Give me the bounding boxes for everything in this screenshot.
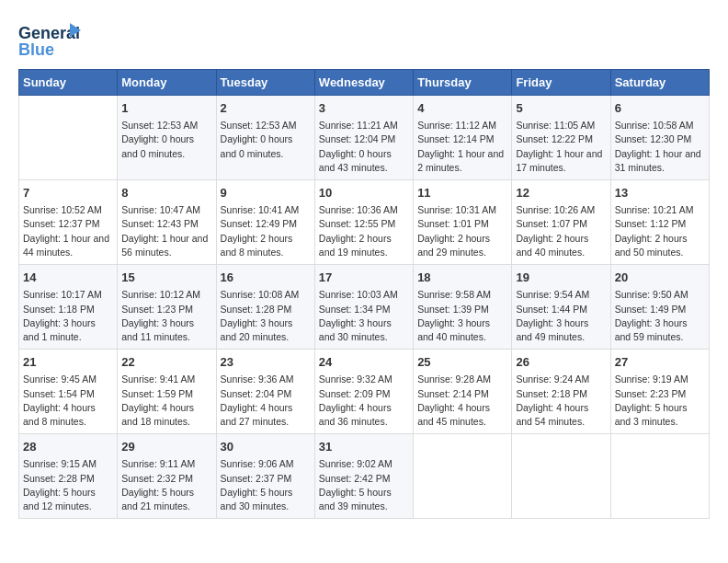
day-info: Sunrise: 10:58 AM Sunset: 12:30 PM Dayli… xyxy=(615,119,705,175)
week-row-3: 14Sunrise: 10:17 AM Sunset: 1:18 PM Dayl… xyxy=(19,265,710,350)
calendar-cell: 18Sunrise: 9:58 AM Sunset: 1:39 PM Dayli… xyxy=(414,265,512,350)
day-info: Sunrise: 11:21 AM Sunset: 12:04 PM Dayli… xyxy=(319,119,409,175)
day-info: Sunrise: 10:41 AM Sunset: 12:49 PM Dayli… xyxy=(221,203,311,259)
day-number: 26 xyxy=(516,354,606,371)
day-info: Sunrise: 9:58 AM Sunset: 1:39 PM Dayligh… xyxy=(417,288,507,344)
day-info: Sunrise: 10:47 AM Sunset: 12:43 PM Dayli… xyxy=(121,203,211,259)
day-number: 23 xyxy=(221,354,311,371)
day-info: Sunrise: 10:17 AM Sunset: 1:18 PM Daylig… xyxy=(23,288,113,344)
day-info: Sunrise: 9:11 AM Sunset: 2:32 PM Dayligh… xyxy=(121,457,211,513)
weekday-header-sunday: Sunday xyxy=(19,70,118,96)
day-number: 13 xyxy=(615,185,705,201)
week-row-5: 28Sunrise: 9:15 AM Sunset: 2:28 PM Dayli… xyxy=(19,434,710,519)
logo-svg: GeneralBlue xyxy=(18,18,83,60)
calendar-cell: 21Sunrise: 9:45 AM Sunset: 1:54 PM Dayli… xyxy=(19,350,118,434)
day-info: Sunrise: 9:36 AM Sunset: 2:04 PM Dayligh… xyxy=(221,373,311,429)
calendar-cell: 7Sunrise: 10:52 AM Sunset: 12:37 PM Dayl… xyxy=(19,180,118,265)
day-info: Sunset: 12:53 AM Daylight: 0 hours and 0… xyxy=(121,119,211,161)
day-info: Sunrise: 9:41 AM Sunset: 1:59 PM Dayligh… xyxy=(121,373,211,429)
day-number: 12 xyxy=(516,185,606,201)
day-info: Sunrise: 10:03 AM Sunset: 1:34 PM Daylig… xyxy=(319,288,409,344)
day-number: 6 xyxy=(615,100,705,117)
calendar-cell: 27Sunrise: 9:19 AM Sunset: 2:23 PM Dayli… xyxy=(610,350,709,434)
calendar-cell: 16Sunrise: 10:08 AM Sunset: 1:28 PM Dayl… xyxy=(216,265,314,350)
day-number: 11 xyxy=(417,185,507,201)
day-number: 9 xyxy=(221,185,311,201)
week-row-1: 1Sunset: 12:53 AM Daylight: 0 hours and … xyxy=(19,96,710,180)
weekday-header-thursday: Thursday xyxy=(414,70,512,96)
page-header: GeneralBlue xyxy=(18,18,710,60)
day-info: Sunset: 12:53 AM Daylight: 0 hours and 0… xyxy=(221,119,311,161)
calendar-header: SundayMondayTuesdayWednesdayThursdayFrid… xyxy=(19,70,710,96)
weekday-header-wednesday: Wednesday xyxy=(314,70,413,96)
weekday-header-saturday: Saturday xyxy=(610,70,709,96)
day-number: 5 xyxy=(516,100,606,117)
calendar-cell: 20Sunrise: 9:50 AM Sunset: 1:49 PM Dayli… xyxy=(610,265,709,350)
day-number: 15 xyxy=(121,270,211,286)
day-info: Sunrise: 10:52 AM Sunset: 12:37 PM Dayli… xyxy=(23,203,113,259)
day-number: 2 xyxy=(221,100,311,117)
day-info: Sunrise: 9:02 AM Sunset: 2:42 PM Dayligh… xyxy=(319,457,409,513)
day-number: 21 xyxy=(23,354,113,371)
day-number: 19 xyxy=(516,270,606,286)
day-number: 18 xyxy=(417,270,507,286)
calendar-cell: 31Sunrise: 9:02 AM Sunset: 2:42 PM Dayli… xyxy=(314,434,413,519)
weekday-header-friday: Friday xyxy=(512,70,610,96)
calendar-cell: 5Sunrise: 11:05 AM Sunset: 12:22 PM Dayl… xyxy=(512,96,610,180)
calendar-cell: 23Sunrise: 9:36 AM Sunset: 2:04 PM Dayli… xyxy=(216,350,314,434)
week-row-2: 7Sunrise: 10:52 AM Sunset: 12:37 PM Dayl… xyxy=(19,180,710,265)
day-info: Sunrise: 11:12 AM Sunset: 12:14 PM Dayli… xyxy=(417,119,507,175)
day-info: Sunrise: 10:12 AM Sunset: 1:23 PM Daylig… xyxy=(121,288,211,344)
calendar-cell: 3Sunrise: 11:21 AM Sunset: 12:04 PM Dayl… xyxy=(314,96,413,180)
day-number: 22 xyxy=(121,354,211,371)
calendar-cell: 15Sunrise: 10:12 AM Sunset: 1:23 PM Dayl… xyxy=(118,265,216,350)
day-info: Sunrise: 9:06 AM Sunset: 2:37 PM Dayligh… xyxy=(221,457,311,513)
day-info: Sunrise: 9:54 AM Sunset: 1:44 PM Dayligh… xyxy=(516,288,606,344)
day-info: Sunrise: 9:19 AM Sunset: 2:23 PM Dayligh… xyxy=(615,373,705,429)
day-number: 16 xyxy=(221,270,311,286)
day-number: 8 xyxy=(121,185,211,201)
calendar-cell: 1Sunset: 12:53 AM Daylight: 0 hours and … xyxy=(118,96,216,180)
day-number: 20 xyxy=(615,270,705,286)
weekday-header-row: SundayMondayTuesdayWednesdayThursdayFrid… xyxy=(19,70,710,96)
day-number: 25 xyxy=(417,354,507,371)
calendar-cell: 22Sunrise: 9:41 AM Sunset: 1:59 PM Dayli… xyxy=(118,350,216,434)
day-number: 10 xyxy=(319,185,409,201)
day-info: Sunrise: 11:05 AM Sunset: 12:22 PM Dayli… xyxy=(516,119,606,175)
day-info: Sunrise: 9:50 AM Sunset: 1:49 PM Dayligh… xyxy=(615,288,705,344)
calendar-cell: 11Sunrise: 10:31 AM Sunset: 1:01 PM Dayl… xyxy=(414,180,512,265)
calendar-cell: 2Sunset: 12:53 AM Daylight: 0 hours and … xyxy=(216,96,314,180)
calendar-cell: 6Sunrise: 10:58 AM Sunset: 12:30 PM Dayl… xyxy=(610,96,709,180)
calendar-cell: 28Sunrise: 9:15 AM Sunset: 2:28 PM Dayli… xyxy=(19,434,118,519)
day-number: 1 xyxy=(121,100,211,117)
day-number: 24 xyxy=(319,354,409,371)
day-info: Sunrise: 10:21 AM Sunset: 1:12 PM Daylig… xyxy=(615,203,705,259)
calendar-cell xyxy=(512,434,610,519)
svg-text:Blue: Blue xyxy=(18,40,54,59)
calendar-cell: 9Sunrise: 10:41 AM Sunset: 12:49 PM Dayl… xyxy=(216,180,314,265)
day-number: 14 xyxy=(23,270,113,286)
day-info: Sunrise: 9:32 AM Sunset: 2:09 PM Dayligh… xyxy=(319,373,409,429)
calendar-cell: 13Sunrise: 10:21 AM Sunset: 1:12 PM Dayl… xyxy=(610,180,709,265)
day-info: Sunrise: 10:26 AM Sunset: 1:07 PM Daylig… xyxy=(516,203,606,259)
day-info: Sunrise: 10:08 AM Sunset: 1:28 PM Daylig… xyxy=(221,288,311,344)
calendar-cell: 8Sunrise: 10:47 AM Sunset: 12:43 PM Dayl… xyxy=(118,180,216,265)
calendar-cell: 12Sunrise: 10:26 AM Sunset: 1:07 PM Dayl… xyxy=(512,180,610,265)
day-number: 31 xyxy=(319,439,409,455)
calendar-body: 1Sunset: 12:53 AM Daylight: 0 hours and … xyxy=(19,96,710,519)
weekday-header-monday: Monday xyxy=(118,70,216,96)
calendar-cell: 4Sunrise: 11:12 AM Sunset: 12:14 PM Dayl… xyxy=(414,96,512,180)
calendar-cell: 29Sunrise: 9:11 AM Sunset: 2:32 PM Dayli… xyxy=(118,434,216,519)
calendar-cell: 25Sunrise: 9:28 AM Sunset: 2:14 PM Dayli… xyxy=(414,350,512,434)
day-number: 7 xyxy=(23,185,113,201)
week-row-4: 21Sunrise: 9:45 AM Sunset: 1:54 PM Dayli… xyxy=(19,350,710,434)
day-info: Sunrise: 10:36 AM Sunset: 12:55 PM Dayli… xyxy=(319,203,409,259)
calendar-cell: 26Sunrise: 9:24 AM Sunset: 2:18 PM Dayli… xyxy=(512,350,610,434)
calendar-cell: 30Sunrise: 9:06 AM Sunset: 2:37 PM Dayli… xyxy=(216,434,314,519)
calendar-cell: 24Sunrise: 9:32 AM Sunset: 2:09 PM Dayli… xyxy=(314,350,413,434)
day-number: 17 xyxy=(319,270,409,286)
day-number: 28 xyxy=(23,439,113,455)
day-info: Sunrise: 10:31 AM Sunset: 1:01 PM Daylig… xyxy=(417,203,507,259)
day-info: Sunrise: 9:15 AM Sunset: 2:28 PM Dayligh… xyxy=(23,457,113,513)
day-info: Sunrise: 9:45 AM Sunset: 1:54 PM Dayligh… xyxy=(23,373,113,429)
